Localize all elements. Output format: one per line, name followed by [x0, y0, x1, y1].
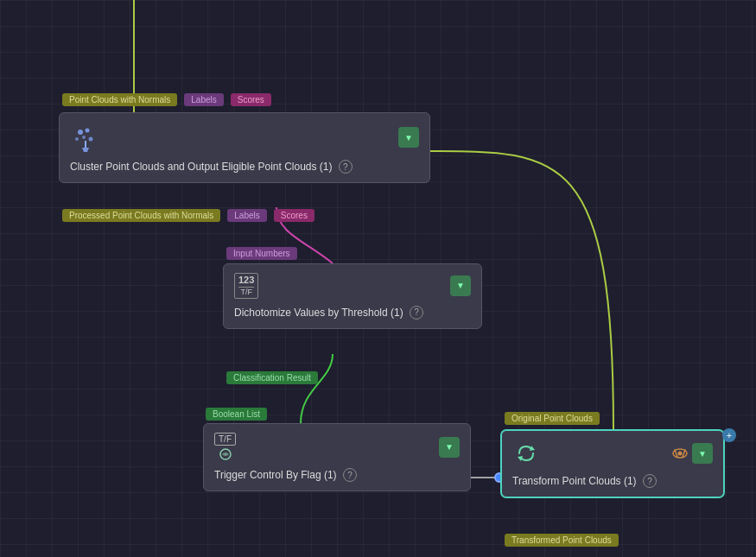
- trigger-icon-area: T/F: [214, 433, 236, 461]
- svg-point-5: [89, 137, 93, 142]
- transform-expand-btn[interactable]: [692, 443, 713, 464]
- trigger-icon: T/F: [214, 433, 236, 461]
- dichotomize-icon: 123 T/F: [234, 273, 258, 299]
- trigger-node-title: Trigger Control By Flag (1) ?: [214, 468, 460, 482]
- node2-output-tags: Classification Result: [226, 371, 321, 384]
- tag-processed-point-clouds: Processed Point Clouds with Normals: [62, 209, 220, 222]
- node3-input-tags: Boolean List: [206, 408, 270, 421]
- svg-point-3: [82, 136, 86, 139]
- dichotomize-node-title: Dichotomize Values by Threshold (1) ?: [234, 306, 471, 320]
- tag-scores: Scores: [231, 93, 271, 106]
- transform-icon-area: [512, 440, 540, 467]
- transform-node[interactable]: Transform Point Clouds (1) ?: [501, 430, 724, 497]
- dichotomize-node-header: 123 T/F: [234, 273, 471, 299]
- tag-scores-out: Scores: [274, 209, 314, 222]
- transform-help-icon[interactable]: ?: [643, 474, 657, 488]
- transform-node-header: [512, 440, 713, 467]
- cluster-node-header: [70, 122, 419, 153]
- tag-original-point-clouds: Original Point Clouds: [505, 412, 600, 425]
- svg-marker-7: [82, 148, 89, 152]
- trigger-flag-icon: [215, 447, 236, 461]
- node4-input-tags: Original Point Clouds: [505, 412, 603, 425]
- svg-point-12: [678, 452, 683, 456]
- svg-point-2: [86, 129, 90, 133]
- node2-input-tags: Input Numbers: [226, 247, 301, 260]
- transform-add-btn[interactable]: +: [722, 428, 736, 442]
- trigger-node[interactable]: T/F Trigger Control By Flag (1) ?: [203, 423, 471, 491]
- tag-input-numbers: Input Numbers: [226, 247, 297, 260]
- dichotomize-help-icon[interactable]: ?: [410, 306, 423, 320]
- dichotomize-icon-area: 123 T/F: [234, 273, 258, 299]
- trigger-help-icon[interactable]: ?: [343, 468, 357, 482]
- svg-point-4: [75, 137, 79, 141]
- cluster-icon: [70, 122, 101, 153]
- tag-labels: Labels: [184, 93, 223, 106]
- transform-icon: [512, 440, 540, 467]
- tag-boolean-list: Boolean List: [206, 408, 267, 421]
- cluster-icon-area: [70, 122, 101, 153]
- svg-point-1: [78, 130, 83, 135]
- trigger-node-header: T/F: [214, 433, 460, 461]
- node4-output-tags: Transformed Point Clouds: [505, 534, 622, 547]
- dichotomize-node[interactable]: 123 T/F Dichotomize Values by Threshold …: [223, 263, 482, 329]
- tag-transformed-point-clouds: Transformed Point Clouds: [505, 534, 619, 547]
- node1-output-tags: Processed Point Clouds with Normals Labe…: [62, 209, 318, 222]
- cluster-node[interactable]: Cluster Point Clouds and Output Eligible…: [59, 112, 430, 183]
- trigger-expand-btn[interactable]: [439, 437, 460, 458]
- tag-point-clouds-normals: Point Clouds with Normals: [62, 93, 177, 106]
- tag-classification-result: Classification Result: [226, 371, 318, 384]
- node-canvas[interactable]: Point Clouds with Normals Labels Scores: [0, 0, 756, 557]
- cluster-node-title: Cluster Point Clouds and Output Eligible…: [70, 160, 419, 174]
- cluster-expand-btn[interactable]: [398, 127, 419, 148]
- tag-labels-out: Labels: [227, 209, 266, 222]
- visibility-icon[interactable]: [671, 445, 689, 462]
- node1-input-tags: Point Clouds with Normals Labels Scores: [62, 93, 275, 106]
- dichotomize-expand-btn[interactable]: [450, 275, 471, 296]
- transform-controls: [671, 443, 713, 464]
- cluster-help-icon[interactable]: ?: [339, 160, 353, 174]
- transform-node-title: Transform Point Clouds (1) ?: [512, 474, 713, 488]
